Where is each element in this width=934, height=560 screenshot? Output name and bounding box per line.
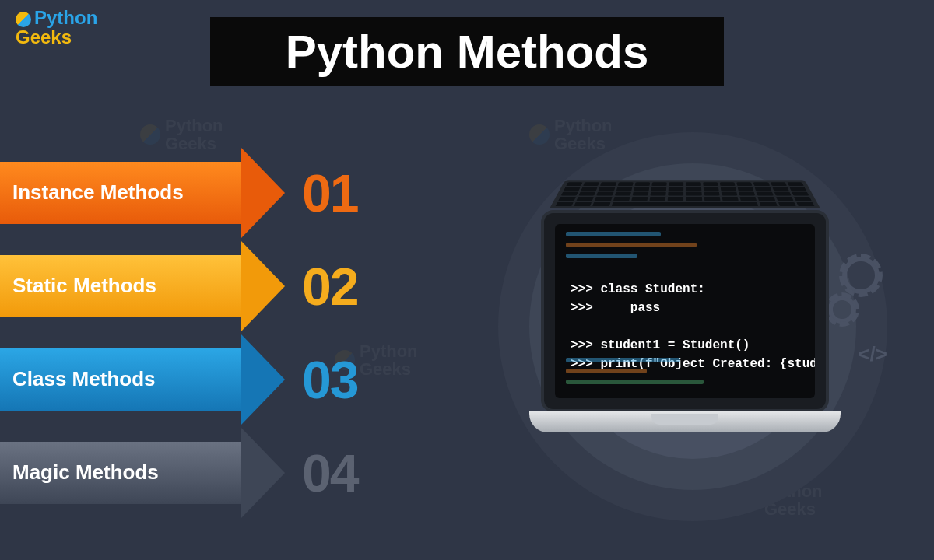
method-label: Instance Methods	[12, 180, 184, 205]
arrow-magic-methods: Magic Methods	[0, 442, 241, 504]
laptop-hinge-notch	[651, 414, 718, 425]
python-logo-icon	[16, 12, 31, 27]
arrow-static-methods: Static Methods	[0, 255, 241, 317]
method-number: 01	[302, 163, 358, 223]
logo-text-2: Geeks	[16, 27, 97, 47]
laptop-screen-frame: >>> class Student: >>> pass >>> student1…	[541, 210, 829, 412]
method-number: 02	[302, 256, 358, 317]
method-label: Magic Methods	[12, 460, 159, 485]
method-label: Class Methods	[12, 367, 156, 391]
brand-logo: Python Geeks	[16, 8, 97, 47]
watermark: PythonGeeks	[140, 117, 223, 152]
list-item: Magic Methods 04	[0, 436, 358, 509]
laptop-keyboard	[550, 180, 820, 208]
page-title: Python Methods	[286, 25, 649, 79]
arrow-instance-methods: Instance Methods	[0, 162, 241, 224]
laptop-screen: >>> class Student: >>> pass >>> student1…	[555, 224, 815, 398]
list-item: Class Methods 03	[0, 342, 358, 416]
method-number: 04	[302, 443, 358, 503]
gear-icon	[842, 257, 880, 294]
list-item: Instance Methods 01	[0, 156, 358, 229]
method-label: Static Methods	[12, 274, 156, 298]
list-item: Static Methods 02	[0, 249, 358, 323]
title-banner: Python Methods	[210, 17, 724, 86]
method-number: 03	[302, 349, 358, 410]
method-list: Instance Methods 01 Static Methods 02 Cl…	[0, 156, 358, 529]
laptop-base	[529, 411, 841, 432]
laptop-illustration: >>> class Student: >>> pass >>> student1…	[529, 210, 841, 432]
arrow-class-methods: Class Methods	[0, 348, 241, 411]
logo-text-1: Python	[34, 7, 97, 28]
code-bracket-icon: </>	[858, 342, 887, 366]
watermark: PythonGeeks	[529, 117, 613, 152]
